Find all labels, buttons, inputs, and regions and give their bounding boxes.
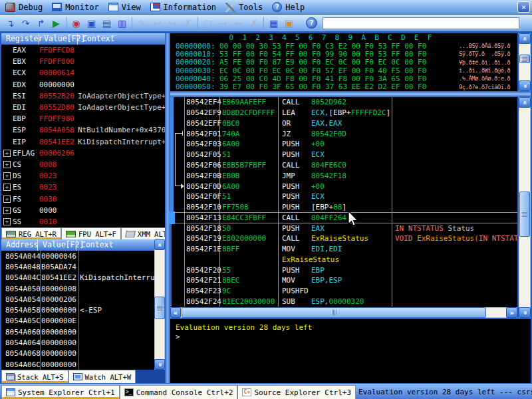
scroll-thumb[interactable]: [182, 307, 486, 318]
tab-fpu[interactable]: FPU ALT+F: [61, 227, 121, 239]
tab-reg[interactable]: REG ALT+R: [1, 227, 61, 239]
disasm-row[interactable]: 80542EF98D8D2CFDFFFFLEAECX,[EBP+FFFFFD2C…: [172, 108, 517, 118]
menu-monitor[interactable]: Monitor: [49, 1, 106, 14]
scroll-thumb[interactable]: [519, 55, 530, 63]
scroll-left-button[interactable]: [170, 307, 181, 318]
disasm-row[interactable]: 80542F0F51PUSHECX: [172, 192, 517, 202]
scroll-thumb[interactable]: [154, 297, 165, 319]
calculator-button[interactable]: ▦: [266, 16, 281, 31]
register-row[interactable]: EIP80541EE2KiDispatchInterrupt+0x: [1, 136, 165, 148]
menu-tools[interactable]: Tools: [223, 1, 269, 14]
register-row[interactable]: +SS0010: [1, 216, 165, 227]
register-row[interactable]: ESI80552B20IoAdapterObjectType+0x: [1, 90, 165, 102]
memory-row[interactable]: 00000010:53 FF 00 F0 54 FF 00 F0 99 90 0…: [170, 50, 517, 58]
stack-row[interactable]: 8054A05000000008: [1, 283, 154, 294]
register-row[interactable]: +FS0030: [1, 193, 165, 204]
disasm-row[interactable]: 80542F0BEB0BJMP80542F18: [172, 170, 517, 181]
stack-row[interactable]: 8054A05800000000<-ESP: [1, 305, 154, 315]
scroll-down-button[interactable]: [519, 307, 531, 318]
disasm-row[interactable]: 80542F1850PUSHEAXIN NTSTATUS Status: [172, 223, 517, 233]
close-button[interactable]: ✕: [517, 1, 530, 13]
memory-row[interactable]: 00000040:06 25 00 C0 4D F8 00 F0 41 F8 0…: [170, 74, 517, 82]
disasm-row[interactable]: 80542F218BECMOVEBP,ESP: [172, 275, 517, 286]
help-button[interactable]: ?: [306, 17, 317, 29]
stack-row[interactable]: 8054A06800000000: [1, 348, 154, 359]
disasm-row[interactable]: 80542F06E8B5B7FBFFCALL804FE6C0: [172, 160, 517, 171]
register-row[interactable]: +GS0000: [1, 205, 165, 216]
stack-row[interactable]: 8054A05400000206: [1, 294, 154, 305]
tab-stack[interactable]: Stack ALT+S: [1, 370, 68, 383]
disasm-row[interactable]: 80542F1E8BFFMOVEDI,EDI: [172, 244, 517, 255]
menu-debug[interactable]: Debug: [3, 1, 49, 14]
expand-icon[interactable]: +: [3, 196, 11, 203]
tab-command-console[interactable]: >_Command Console Ctrl+2: [120, 385, 238, 399]
menu-information[interactable]: Information: [148, 1, 223, 14]
disasm-row[interactable]: 80542F10FF7508PUSH[EBP+08]: [172, 202, 517, 213]
command-input[interactable]: [323, 17, 519, 29]
disasm-label-row[interactable]: ExRaiseStatus: [172, 254, 517, 265]
memory-row[interactable]: 00000050:39 E7 00 F0 3F 65 00 F0 37 63 E…: [170, 82, 517, 90]
stack-row[interactable]: 8054A06000000000: [1, 327, 154, 337]
expand-icon[interactable]: +: [3, 172, 11, 180]
stack-row[interactable]: 8054A06C00000000: [1, 359, 154, 370]
disasm-row[interactable]: 80542F0551PUSHECX: [172, 150, 517, 160]
scroll-up-button[interactable]: [154, 239, 165, 250]
scroll-up-button[interactable]: [519, 97, 531, 108]
register-row[interactable]: ESP8054A058NtBuildNumber+0x4370: [1, 124, 165, 136]
disasm-row[interactable]: 80542F19E802000000CALLExRaiseStatusVOID …: [172, 233, 517, 244]
expand-icon[interactable]: +: [3, 207, 11, 214]
tab-source-explorer[interactable]: C+Source Explorer Ctrl+3: [237, 385, 356, 399]
stack-row[interactable]: 8054A048B05ADA74: [1, 261, 154, 272]
register-row[interactable]: EDX00000000: [1, 79, 165, 90]
panel-splitter[interactable]: [165, 33, 170, 383]
step-out-button[interactable]: ↱: [33, 16, 49, 31]
memory-row[interactable]: 00000000:00 00 00 30 53 FF 00 F0 C3 E2 0…: [170, 42, 517, 50]
menu-view[interactable]: View: [106, 1, 148, 14]
expand-icon[interactable]: +: [3, 218, 11, 225]
process-button[interactable]: ▣: [84, 16, 99, 31]
register-row[interactable]: EBPFFDFF980: [1, 113, 165, 124]
breakpoint-list-button[interactable]: ▤: [99, 16, 114, 31]
register-row[interactable]: EBXFFDFF000: [1, 56, 165, 67]
stack-row[interactable]: 8054A04C80541EE2KiDispatchInterrupt: [1, 273, 154, 283]
scroll-right-button[interactable]: [506, 307, 517, 318]
computer-button[interactable]: ▣: [281, 16, 297, 31]
disasm-row[interactable]: 80542F2055PUSHEBP: [172, 265, 517, 275]
step-over-button[interactable]: ↷: [18, 16, 33, 31]
register-row[interactable]: +CS0008: [1, 159, 165, 170]
scroll-up-button[interactable]: [519, 33, 531, 44]
register-row[interactable]: ECX00000614: [1, 67, 165, 78]
run-button[interactable]: ▶: [49, 16, 64, 31]
disasm-row[interactable]: 80542F036A00PUSH+00: [172, 139, 517, 150]
expand-icon[interactable]: +: [3, 184, 11, 191]
command-console[interactable]: Evaluation version 28 days left >: [170, 319, 531, 383]
disasm-row[interactable]: 80542EF4E869AAFEFFCALL8052D962: [172, 97, 517, 108]
expand-icon[interactable]: +: [3, 161, 11, 168]
register-row[interactable]: +DS0023: [1, 170, 165, 182]
scroll-thumb[interactable]: [519, 192, 530, 237]
scroll-down-button[interactable]: [154, 359, 165, 370]
breakpoint-button[interactable]: ◉: [68, 16, 84, 31]
register-row[interactable]: +ES0023: [1, 182, 165, 193]
memory-row[interactable]: 00000020:A5 FE 00 F0 87 E9 00 F0 EC 0C 0…: [170, 59, 517, 66]
disasm-row[interactable]: 80542F2481EC20030000SUBESP,00000320: [172, 297, 517, 307]
tab-watch[interactable]: Watch ALT+W: [68, 370, 136, 383]
stack-row[interactable]: 8054A05C0000000E: [1, 316, 154, 327]
step-into-button[interactable]: ↴: [3, 16, 18, 31]
menu-help[interactable]: ?Help: [269, 1, 311, 14]
stack-row[interactable]: 8054A06400000000: [1, 337, 154, 348]
expand-icon[interactable]: +: [3, 150, 11, 157]
disasm-row[interactable]: 80542F01740AJZ80542F0D: [172, 128, 517, 139]
register-row[interactable]: +EFLAG00000206: [1, 148, 165, 159]
stack-row[interactable]: 8054A04400000046: [1, 251, 154, 261]
register-row[interactable]: EAXFFDFFCD8: [1, 45, 165, 56]
horizontal-splitter[interactable]: [170, 91, 531, 97]
memory-row[interactable]: 00000030:EC 0C 00 F0 EC 0C 00 F0 57 EF 0…: [170, 66, 517, 74]
disasm-row[interactable]: 80542F0D6A00PUSH+00: [172, 181, 517, 192]
tab-system-explorer[interactable]: System Explorer Ctrl+1: [1, 385, 120, 399]
disasm-row[interactable]: 80542F239CPUSHFD: [172, 286, 517, 297]
disasm-row[interactable]: 80542EFF0BC0OREAX,EAX: [172, 118, 517, 129]
layout-button[interactable]: ▥: [114, 16, 130, 31]
register-row[interactable]: EDI80552D80IoAdapterObjectType+0x: [1, 102, 165, 113]
scroll-down-button[interactable]: [519, 80, 531, 91]
